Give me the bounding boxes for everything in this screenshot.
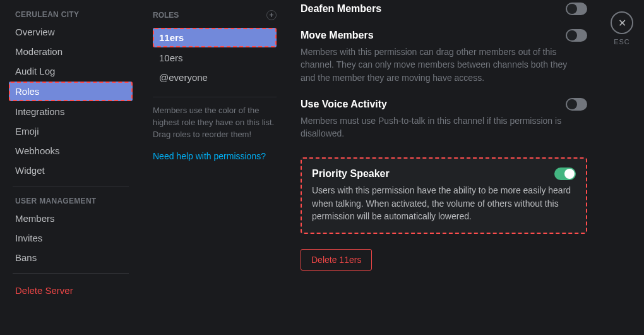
sidebar-item-moderation[interactable]: Moderation [9,42,133,61]
sidebar-item-widget[interactable]: Widget [9,161,133,180]
permission-toggle[interactable] [566,98,587,111]
permission-title: Deafen Members [301,3,381,15]
permission-title: Move Members [301,30,374,41]
permission-deafen-members: Deafen Members [301,0,587,27]
permission-move-members: Move Members Members with this permissio… [301,27,587,95]
sidebar-item-bans[interactable]: Bans [9,248,133,267]
permission-description: Members must use Push-to-talk in this ch… [301,114,572,140]
close-area: ✕ ESC [600,0,644,335]
role-item-10ers[interactable]: 10ers [153,49,277,67]
divider [13,273,129,274]
sidebar-item-webhooks[interactable]: Webhooks [9,142,133,160]
sidebar-item-audit-log[interactable]: Audit Log [9,62,133,80]
role-item-everyone[interactable]: @everyone [153,68,277,87]
sidebar-item-emoji[interactable]: Emoji [9,122,133,140]
permission-priority-speaker: Priority Speaker Users with this permiss… [301,157,587,234]
permissions-help-link[interactable]: Need help with permissions? [153,151,277,161]
permission-title: Use Voice Activity [301,99,387,110]
roles-header-label: ROLES [153,11,179,20]
permission-toggle[interactable] [566,29,587,42]
permission-toggle[interactable] [554,168,576,180]
permissions-panel: Deafen Members Move Members Members with… [288,0,600,335]
permission-description: Members with this permission can drag ot… [301,46,572,84]
add-role-icon[interactable]: + [266,10,277,20]
permission-toggle[interactable] [566,3,587,15]
divider [153,97,277,97]
permission-description: Users with this permission have the abil… [312,184,576,222]
permission-title: Priority Speaker [312,168,390,180]
role-item-11ers[interactable]: 11ers [153,28,277,47]
roles-hint-text: Members use the color of the highest rol… [153,105,277,141]
delete-server-button[interactable]: Delete Server [9,281,133,300]
sidebar-item-integrations[interactable]: Integrations [9,102,133,121]
delete-role-button[interactable]: Delete 11ers [301,249,372,271]
permission-use-voice-activity: Use Voice Activity Members must use Push… [301,95,587,152]
close-icon: ✕ [618,17,626,29]
sidebar-item-members[interactable]: Members [9,209,133,228]
close-button[interactable]: ✕ [611,11,633,34]
sidebar-item-overview[interactable]: Overview [9,23,133,41]
sidebar-item-roles[interactable]: Roles [9,82,133,101]
roles-column: ROLES + 11ers 10ers @everyone Members us… [138,0,288,335]
sidebar-item-invites[interactable]: Invites [9,229,133,247]
server-name-header: CERULEAN CITY [9,6,133,21]
user-management-header: USER MANAGEMENT [9,193,133,208]
settings-sidebar: CERULEAN CITY Overview Moderation Audit … [0,0,138,335]
divider [13,186,129,186]
close-label: ESC [614,38,630,46]
